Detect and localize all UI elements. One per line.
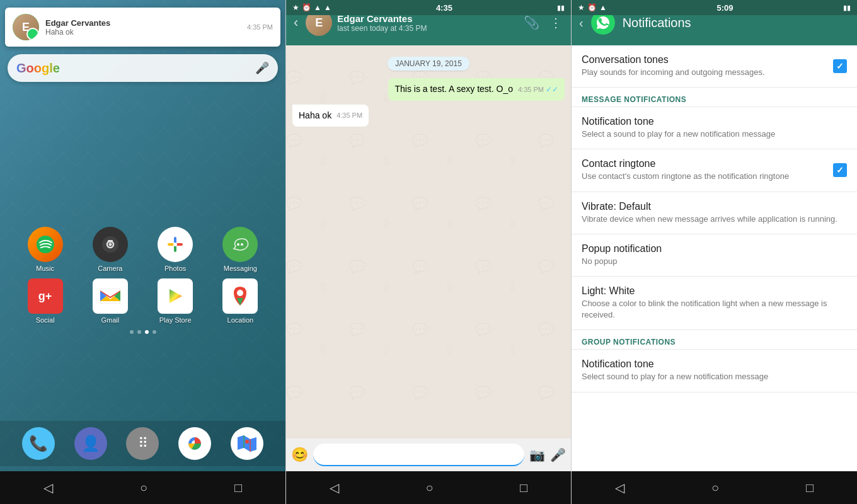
music-label: Music (36, 265, 54, 272)
app-gmail[interactable]: Gmail (88, 278, 132, 324)
message-text-2: Haha ok (299, 110, 331, 120)
whatsapp-badge-icon: ● (29, 30, 39, 40)
popup-title: Popup notification (582, 243, 847, 255)
settings-item-notification-tone[interactable]: Notification tone Select a sound to play… (572, 107, 857, 149)
notification-tone-title: Notification tone (582, 116, 847, 127)
chat-navigation-bar: ◁ ○ □ (286, 471, 571, 504)
dot-4 (152, 330, 156, 334)
notification-sender: Edgar Cervantes (45, 18, 241, 28)
notification-avatar: E ● (13, 14, 39, 40)
popup-content: Popup notification No popup (582, 243, 847, 267)
vibrate-title: Vibrate: Default (582, 201, 847, 212)
location-label: Location (227, 316, 254, 324)
navigation-bar: ◁ ○ □ (0, 471, 285, 504)
notification-card[interactable]: E ● Edgar Cervantes Haha ok 4:35 PM (5, 8, 280, 47)
settings-item-vibrate[interactable]: Vibrate: Default Vibrate device when new… (572, 192, 857, 234)
mic-input-button[interactable]: 🎤 (550, 447, 566, 462)
settings-recents-nav[interactable]: □ (793, 476, 826, 500)
svg-point-5 (173, 243, 177, 246)
light-content: Light: White Choose a color to blink the… (582, 285, 847, 321)
conversation-tones-checkbox[interactable] (833, 59, 847, 73)
settings-list: Conversation tones Play sounds for incom… (572, 45, 857, 471)
vibrate-content: Vibrate: Default Vibrate device when new… (582, 201, 847, 225)
group-notification-tone-content: Notification tone Select sound to play f… (582, 358, 847, 382)
group-notification-tone-subtitle: Select sound to play for a new notificat… (582, 371, 847, 382)
settings-item-contact-ringtone[interactable]: Contact ringtone Use contact's custom ri… (572, 149, 857, 192)
back-button[interactable]: ◁ (31, 475, 66, 500)
google-search-bar[interactable]: Google 🎤 (8, 54, 278, 82)
dot-3 (145, 330, 149, 334)
status-bar-chat: ★ ⏰ ▲ ▲ 4:35 ▮▮ (286, 0, 571, 15)
settings-item-popup[interactable]: Popup notification No popup (572, 234, 857, 277)
notification-tone-subtitle: Select a sound to play for a new notific… (582, 129, 847, 140)
app-location[interactable]: Location (218, 278, 262, 324)
notification-message: Haha ok (45, 28, 241, 37)
date-divider: JANUARY 19, 2015 (388, 57, 469, 71)
page-dots (13, 330, 273, 334)
contact-ringtone-checkbox[interactable] (833, 163, 847, 177)
svg-point-9 (237, 290, 243, 296)
settings-home-nav[interactable]: ○ (699, 476, 732, 500)
chat-back-button[interactable]: ‹ (291, 12, 301, 33)
contact-ringtone-content: Contact ringtone Use contact's custom ri… (582, 158, 825, 182)
settings-back-nav[interactable]: ◁ (602, 475, 637, 500)
app-photos[interactable]: Photos (153, 227, 197, 272)
chat-home-nav[interactable]: ○ (413, 476, 446, 500)
battery-icon: ▮▮ (557, 4, 565, 12)
message-time-1: 4:35 PM ✓✓ (518, 84, 558, 95)
dot-1 (130, 330, 134, 334)
group-notification-tone-title: Notification tone (582, 358, 847, 370)
app-music[interactable]: Music (23, 227, 67, 272)
microphone-icon[interactable]: 🎤 (255, 61, 269, 75)
chat-text-input[interactable] (313, 444, 524, 466)
app-row-2: g+ Social Gmail Play Store Location (13, 278, 273, 324)
messaging-label: Messaging (224, 265, 257, 272)
settings-status-time: 5:09 (716, 3, 733, 13)
chat-recents-nav[interactable]: □ (507, 476, 540, 500)
dock-phone[interactable]: 📞 (16, 427, 60, 460)
app-camera[interactable]: Camera (88, 227, 132, 272)
app-row-1: Music Camera Photos Messaging (13, 227, 273, 272)
vibrate-subtitle: Vibrate device when new message arrives … (582, 214, 847, 225)
recents-button[interactable]: □ (222, 476, 255, 500)
dock-apps[interactable]: ⠿ (120, 427, 164, 460)
wifi-icon: ▲ (324, 3, 331, 12)
popup-subtitle: No popup (582, 256, 847, 267)
settings-item-light[interactable]: Light: White Choose a color to blink the… (572, 277, 857, 330)
dock-chrome[interactable] (173, 427, 217, 460)
camera-label: Camera (98, 265, 122, 272)
svg-point-7 (241, 243, 243, 246)
notifications-settings-screen: ★ ⏰ ▲ 5:09 ▮▮ ‹ Notifications Conversati… (571, 0, 857, 504)
settings-back-button[interactable]: ‹ (579, 16, 584, 30)
chat-contact-status: last seen today at 4:35 PM (337, 24, 515, 33)
notification-content: Edgar Cervantes Haha ok (45, 18, 241, 37)
settings-status-left: ★ ⏰ ▲ (578, 3, 607, 12)
app-messaging[interactable]: Messaging (218, 227, 262, 272)
playstore-label: Play Store (159, 316, 192, 324)
dock-contacts[interactable]: 👤 (69, 427, 113, 460)
home-button[interactable]: ○ (127, 476, 160, 500)
settings-item-group-notification-tone[interactable]: Notification tone Select sound to play f… (572, 350, 857, 392)
camera-input-button[interactable]: 📷 (529, 447, 545, 462)
chat-back-nav[interactable]: ◁ (317, 475, 352, 500)
message-received-1: Haha ok 4:35 PM (292, 105, 369, 127)
app-playstore[interactable]: Play Store (153, 278, 197, 324)
message-time-2: 4:35 PM (336, 111, 362, 120)
group-notifications-section: GROUP NOTIFICATIONS (572, 330, 857, 350)
settings-item-conversation-tones[interactable]: Conversation tones Play sounds for incom… (572, 45, 857, 88)
settings-star-icon: ★ (578, 3, 585, 12)
contact-ringtone-title: Contact ringtone (582, 158, 825, 169)
app-social[interactable]: g+ Social (23, 278, 67, 324)
svg-point-3 (108, 243, 112, 246)
emoji-button[interactable]: 😊 (291, 447, 308, 463)
social-label: Social (36, 316, 55, 324)
conversation-tones-title: Conversation tones (582, 54, 825, 66)
photos-label: Photos (164, 265, 186, 272)
contact-ringtone-subtitle: Use contact's custom ringtone as the not… (582, 171, 825, 182)
status-icons-right: ▮▮ (557, 4, 565, 12)
avatar-initials: E (13, 14, 39, 40)
signal-icon: ▲ (314, 3, 321, 12)
dock-maps[interactable] (225, 427, 269, 460)
status-bar-settings: ★ ⏰ ▲ 5:09 ▮▮ (572, 0, 857, 15)
svg-rect-4 (108, 240, 113, 243)
